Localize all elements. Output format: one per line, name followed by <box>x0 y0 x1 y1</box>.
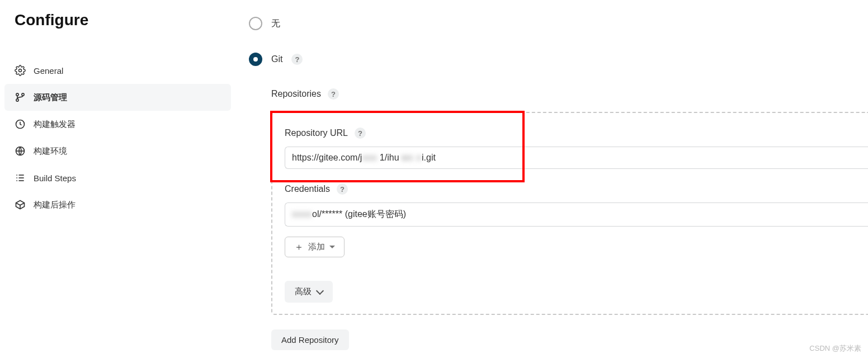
branch-icon <box>15 92 26 103</box>
radio-option-git[interactable]: Git ? <box>249 53 868 66</box>
add-label: 添加 <box>308 242 325 252</box>
sidebar-item-triggers[interactable]: 构建触发器 <box>4 111 231 138</box>
page-title: Configure <box>4 11 231 29</box>
sidebar-item-general[interactable]: General <box>4 57 231 84</box>
help-icon[interactable]: ? <box>355 128 366 139</box>
radio-icon[interactable] <box>249 17 262 30</box>
advanced-button[interactable]: 高级 <box>285 281 333 303</box>
help-icon[interactable]: ? <box>328 88 339 100</box>
sidebar-item-label: General <box>34 66 63 76</box>
credentials-select[interactable]: xxxxol/****** (gitee账号密码) <box>285 202 868 227</box>
git-section: Repositories ? Repository URL ? https://… <box>271 88 868 350</box>
chevron-down-icon <box>316 287 324 295</box>
globe-icon <box>15 145 26 157</box>
add-repository-label: Add Repository <box>281 335 339 345</box>
repositories-header: Repositories ? <box>271 88 868 100</box>
steps-icon <box>15 172 26 183</box>
repository-url-label: Repository URL <box>285 128 348 138</box>
repository-url-label-row: Repository URL ? <box>285 128 868 139</box>
repositories-label: Repositories <box>271 89 321 99</box>
clock-icon <box>15 119 26 130</box>
plus-icon: ＋ <box>294 244 304 251</box>
help-icon[interactable]: ? <box>337 183 348 195</box>
svg-point-1 <box>16 93 18 96</box>
help-icon[interactable]: ? <box>291 54 303 65</box>
sidebar-item-label: Build Steps <box>34 173 76 183</box>
advanced-label: 高级 <box>295 286 312 297</box>
sidebar-item-label: 构建触发器 <box>34 119 76 130</box>
sidebar-item-label: 源码管理 <box>34 92 67 103</box>
package-icon <box>15 199 26 210</box>
sidebar-item-label: 构建环境 <box>34 146 67 157</box>
add-repository-button[interactable]: Add Repository <box>271 329 349 350</box>
repository-panel: Repository URL ? https://gitee.com/jxxx … <box>271 112 868 315</box>
sidebar-item-source[interactable]: 源码管理 <box>4 84 231 111</box>
sidebar-item-postbuild[interactable]: 构建后操作 <box>4 191 231 218</box>
svg-point-3 <box>16 99 18 101</box>
sidebar-item-label: 构建后操作 <box>34 200 76 210</box>
repository-url-input[interactable]: https://gitee.com/jxxx 1/ihu wx xi.git <box>285 147 868 169</box>
sidebar-item-environment[interactable]: 构建环境 <box>4 138 231 164</box>
radio-icon-selected[interactable] <box>249 53 262 66</box>
add-credentials-button[interactable]: ＋ 添加 <box>285 237 345 257</box>
credentials-label-row: Credentials ? <box>285 183 868 195</box>
radio-option-none[interactable]: 无 <box>249 17 868 30</box>
main-content: 无 Git ? Repositories ? Repository URL ? … <box>249 17 868 350</box>
sidebar: Configure General 源码管理 构建触发器 构建环境 Build … <box>4 11 231 218</box>
svg-point-0 <box>19 69 22 72</box>
radio-label: Git <box>271 54 282 64</box>
radio-label: 无 <box>271 18 280 30</box>
gear-icon <box>15 65 26 76</box>
credentials-label: Credentials <box>285 184 330 194</box>
sidebar-item-buildsteps[interactable]: Build Steps <box>4 164 231 191</box>
add-repository-row: Add Repository <box>271 329 868 350</box>
svg-point-2 <box>22 93 24 96</box>
watermark: CSDN @苏米素 <box>809 343 861 354</box>
